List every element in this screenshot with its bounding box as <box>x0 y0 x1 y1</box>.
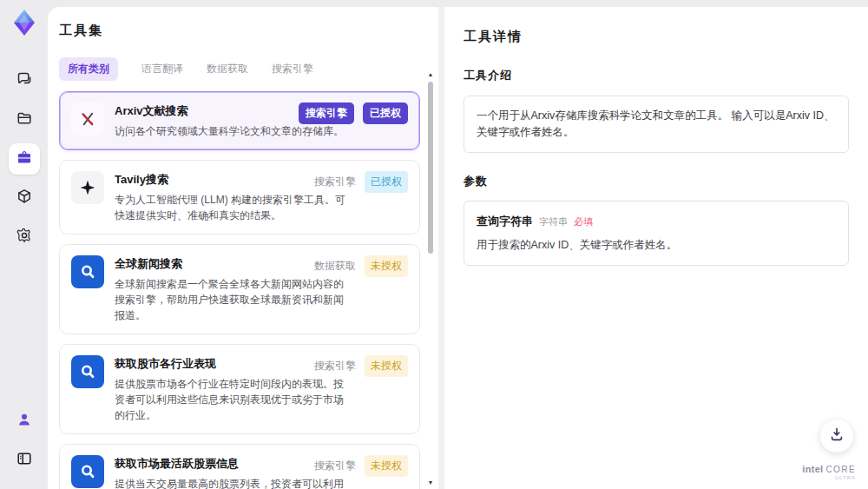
category-tab[interactable]: 所有类别 <box>59 57 118 81</box>
list-scrollbar[interactable]: ▲ ▼ <box>426 71 435 486</box>
tool-card[interactable]: Arxiv文献搜索 访问各个研究领域大量科学论文和文章的存储库。 搜索引擎 已授… <box>59 91 420 150</box>
core-wordmark: core <box>826 465 857 474</box>
tool-card[interactable]: 获取市场最活跃股票信息 提供当天交易量最高的股票列表，投资者可以利用这些信息来识… <box>59 444 420 489</box>
sidebar-item-settings[interactable] <box>9 221 40 253</box>
tool-status-badge: 未授权 <box>365 355 408 377</box>
sidebar-item-files[interactable] <box>9 104 40 135</box>
folder-icon <box>16 109 33 130</box>
app-sidebar <box>0 0 48 489</box>
tool-tags: 搜索引擎 未授权 <box>314 455 408 477</box>
panel-toggle-icon <box>16 450 33 471</box>
category-tabs: 所有类别语言翻译数据获取搜索引擎 <box>59 57 438 81</box>
sidebar-item-toolkit[interactable] <box>9 143 40 175</box>
page-title: 工具集 <box>59 23 438 39</box>
tool-list-panel: 工具集 所有类别语言翻译数据获取搜索引擎 Arxiv文献搜索 访问各个研究领域大… <box>48 7 438 489</box>
user-icon <box>16 411 33 432</box>
news-search-icon <box>71 255 104 288</box>
scroll-up-arrow-icon[interactable]: ▲ <box>427 71 434 77</box>
tool-card[interactable]: 全球新闻搜索 全球新闻搜索是一个聚合全球各大新闻网站内容的搜索引擎，帮助用户快速… <box>59 244 420 334</box>
tool-category-tag: 搜索引擎 <box>314 459 356 473</box>
parameter-box: 查询字符串 字符串 必填 用于搜索的Arxiv ID、关键字或作者姓名。 <box>464 201 849 266</box>
tool-description: 提供股票市场各个行业在特定时间段内的表现。投资者可以利用这些信息来识别表现优于或… <box>115 376 351 423</box>
sidebar-item-panel-toggle[interactable] <box>9 445 40 476</box>
tavily-icon <box>71 171 104 204</box>
category-tab[interactable]: 语言翻译 <box>141 57 183 81</box>
parameter-type: 字符串 <box>539 215 568 228</box>
gear-icon <box>16 227 33 248</box>
briefcase-icon <box>16 149 33 169</box>
tool-card[interactable]: Tavily搜索 专为人工智能代理 (LLM) 构建的搜索引擎工具。可快速提供实… <box>59 160 420 235</box>
intro-heading: 工具介绍 <box>464 68 849 83</box>
tool-category-tag: 搜索引擎 <box>314 359 356 373</box>
category-tab[interactable]: 搜索引擎 <box>272 57 313 81</box>
parameter-required-badge: 必填 <box>574 215 593 228</box>
scrollbar-thumb[interactable] <box>428 82 433 254</box>
tool-tags: 搜索引擎 已授权 <box>314 171 408 193</box>
detail-title: 工具详情 <box>464 29 849 45</box>
stock-search-icon <box>71 455 104 488</box>
cube-icon <box>16 188 33 208</box>
tool-tags: 搜索引擎 未授权 <box>314 355 408 377</box>
tool-status-badge: 未授权 <box>365 455 408 477</box>
tool-category-tag: 搜索引擎 <box>299 102 354 124</box>
sidebar-item-account[interactable] <box>9 406 40 437</box>
scroll-down-arrow-icon[interactable]: ▼ <box>427 479 434 486</box>
tool-description: 全球新闻搜索是一个聚合全球各大新闻网站内容的搜索引擎，帮助用户快速获取全球最新资… <box>115 276 351 323</box>
intel-wordmark: intel <box>802 464 823 474</box>
tool-card-list: Arxiv文献搜索 访问各个研究领域大量科学论文和文章的存储库。 搜索引擎 已授… <box>59 91 420 489</box>
download-button[interactable] <box>820 420 853 453</box>
tool-description: 提供当天交易量最高的股票列表，投资者可以利用这些信息来识别流动性强的股票和潜在的… <box>115 476 351 489</box>
tool-card[interactable]: 获取股市各行业表现 提供股票市场各个行业在特定时间段内的表现。投资者可以利用这些… <box>59 344 420 434</box>
arxiv-icon <box>71 102 104 135</box>
tool-status-badge: 已授权 <box>365 171 408 193</box>
stock-search-icon <box>71 355 104 388</box>
category-tab[interactable]: 数据获取 <box>207 57 248 81</box>
tool-status-badge: 未授权 <box>365 255 408 277</box>
chat-icon <box>16 70 33 91</box>
tool-intro-text: 一个用于从Arxiv存储库搜索科学论文和文章的工具。 输入可以是Arxiv ID… <box>477 109 835 138</box>
tool-tags: 搜索引擎 已授权 <box>299 102 408 124</box>
main-panel: 工具集 所有类别语言翻译数据获取搜索引擎 Arxiv文献搜索 访问各个研究领域大… <box>48 7 868 489</box>
tool-category-tag: 搜索引擎 <box>314 175 356 189</box>
intel-core-logo: intel core ultra <box>802 460 856 481</box>
tool-category-tag: 数据获取 <box>314 259 356 274</box>
sidebar-item-models[interactable] <box>9 182 40 214</box>
parameter-name: 查询字符串 <box>477 214 533 229</box>
tool-detail-panel: 工具详情 工具介绍 一个用于从Arxiv存储库搜索科学论文和文章的工具。 输入可… <box>438 7 868 489</box>
parameter-description: 用于搜索的Arxiv ID、关键字或作者姓名。 <box>477 238 836 253</box>
tool-status-badge: 已授权 <box>363 102 408 124</box>
tool-description: 访问各个研究领域大量科学论文和文章的存储库。 <box>115 123 351 139</box>
app-logo-icon <box>8 6 41 39</box>
download-icon <box>828 426 845 446</box>
tool-tags: 数据获取 未授权 <box>314 255 408 277</box>
tool-description: 专为人工智能代理 (LLM) 构建的搜索引擎工具。可快速提供实时、准确和真实的结… <box>115 192 351 223</box>
params-heading: 参数 <box>464 174 849 189</box>
sidebar-item-chat[interactable] <box>9 65 40 96</box>
tool-intro-box: 一个用于从Arxiv存储库搜索科学论文和文章的工具。 输入可以是Arxiv ID… <box>464 96 849 153</box>
ultra-wordmark: ultra <box>802 475 856 481</box>
